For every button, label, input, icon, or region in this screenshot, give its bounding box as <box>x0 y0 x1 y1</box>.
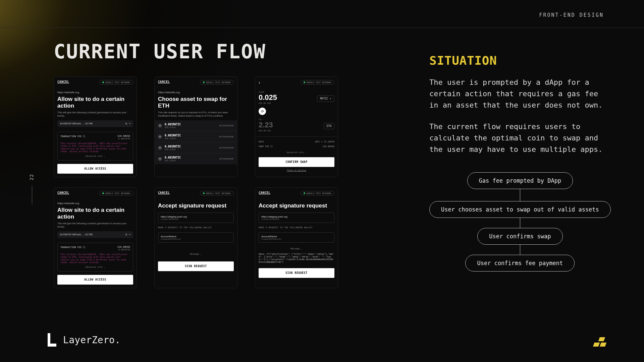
address-text: 0x356787198fwds...61798 <box>60 233 93 236</box>
fee-box: TRANSACTION FEE ⓘ $10.00USD 0.0023ETH Th… <box>57 132 133 161</box>
network-pill[interactable]: GOERLI TEST NETWORK <box>99 80 133 84</box>
cancel-button[interactable]: CANCEL <box>57 80 69 83</box>
sign-request-button[interactable]: SIGN REQUEST <box>158 261 234 271</box>
sig-account-box: AccountName Oxogcb2t92303bumrd <box>158 232 234 243</box>
link-icon: ∞ <box>158 124 162 128</box>
allow-access-button[interactable]: ALLOW ACCESS <box>57 164 133 174</box>
sign-request-button[interactable]: SIGN REQUEST <box>259 268 334 278</box>
terms-link[interactable]: Terms of Service <box>259 169 334 171</box>
asset-network: NETWORKNAME <box>219 135 234 138</box>
contract-address[interactable]: 0x356787198fwds...61798 ⧉ ➦ <box>57 231 133 238</box>
confirm-swap-button[interactable]: CONFIRM SWAP <box>259 157 334 167</box>
share-icon[interactable]: ➦ <box>129 122 130 125</box>
asset-name: 0.001MATIC <box>165 123 181 126</box>
asset-row[interactable]: ∞0.001MATIC$20.21USDNETWORKNAME <box>155 142 237 153</box>
asset-list: ∞0.001MATIC$20.21USDNETWORKNAME∞0.001MAT… <box>155 120 237 164</box>
sig-site-box: https://staging.push.org Oxoy3k728798hnk… <box>259 213 334 223</box>
sig-json-payload: data: 2*{"notification": {"title":"","bo… <box>259 253 334 264</box>
back-icon[interactable]: ‹ <box>259 80 260 85</box>
sig-account: AccountName <box>261 235 332 238</box>
to-label: TO <box>259 118 334 121</box>
network-pill[interactable]: GOERLI TEST NETWORK <box>200 191 234 195</box>
flow-connector <box>520 218 520 228</box>
asset-usd: $20.21USD <box>165 137 181 139</box>
sig-url-sub: Oxoy3k728798hnkd <box>161 218 231 220</box>
fee-eth: 0.0023ETH <box>118 248 130 251</box>
choose-title: Choose asset to swap for ETH <box>158 96 234 109</box>
allow-access-button[interactable]: ALLOW ACCESS <box>57 275 133 285</box>
link-icon: ∞ <box>158 146 162 150</box>
fee-usd: $10.00USD <box>117 135 130 137</box>
sig-title: Accept signature request <box>158 202 234 209</box>
swap-fee-value: $10.00USD <box>323 145 334 148</box>
fee-usd: $10.00USD <box>117 246 130 248</box>
cancel-button[interactable]: CANCEL <box>259 191 270 194</box>
network-pill[interactable]: GOERLI TEST NETWORK <box>99 191 133 195</box>
flow-step-2: User chooses asset to swap out of valid … <box>429 201 611 218</box>
link-icon: ∞ <box>158 157 162 161</box>
site-url: https://website.org <box>57 202 133 205</box>
copy-icon[interactable]: ⧉ <box>125 122 127 125</box>
network-pill[interactable]: GOERLI TEST NETWORK <box>200 80 234 84</box>
fee-label: TRANSACTION FEE ⓘ <box>60 246 85 251</box>
network-pill[interactable]: GOERLI TEST NETWORK <box>301 191 334 195</box>
flowchart: Gas fee prompted by DApp User chooses as… <box>429 172 611 272</box>
mock-sign-request-expanded: CANCEL GOERLI TEST NETWORK Accept signat… <box>255 187 338 288</box>
cancel-button[interactable]: CANCEL <box>57 191 69 194</box>
message-expand[interactable]: Message ⌄ <box>259 247 334 250</box>
asset-network: NETWORKNAME <box>219 158 234 160</box>
asset-usd: $20.21USD <box>165 159 181 162</box>
advanced-toggle[interactable]: Advanced info ⌄ <box>60 155 130 158</box>
to-usd: $50.00 USD <box>259 129 273 132</box>
flow-step-1: Gas fee prompted by DApp <box>467 172 573 189</box>
situation-para-1: The user is prompted by a dApp for a cer… <box>429 77 611 111</box>
sig-wallet-label: MADE A REQUEST TO THE FOLLOWING WALLET <box>158 226 234 229</box>
message-expand[interactable]: Message ⌄ <box>158 253 234 255</box>
cancel-button[interactable]: CANCEL <box>158 191 170 194</box>
sig-url: https://staging.push.org <box>261 215 332 218</box>
allow-title: Allow site to do a certain action <box>57 207 133 220</box>
asset-row[interactable]: ∞0.001MATIC$20.21USDNETWORKNAME <box>155 153 237 164</box>
asset-row[interactable]: ∞0.001MATIC$20.21USDNETWORKNAME <box>155 120 237 131</box>
contract-address[interactable]: 0x356787198fwds...61798 ⧉ ➦ <box>57 120 133 127</box>
copy-icon[interactable]: ⧉ <box>125 233 127 236</box>
mock-allow-access-2: CANCEL GOERLI TEST NETWORK https://websi… <box>54 187 137 288</box>
from-coin-selector[interactable]: MATIC ▾ <box>317 96 334 102</box>
from-amount: 0.025 <box>259 93 277 102</box>
situation-heading: SITUATION <box>429 54 611 67</box>
sig-url-sub: Oxoy3k728798hnkd <box>261 218 332 220</box>
to-amount: 2.23 <box>259 121 273 129</box>
to-coin-selector[interactable]: ETH <box>324 123 334 129</box>
sig-account-box: AccountName Oxogcb2t92303bumrd <box>259 232 334 243</box>
asset-network: NETWORKNAME <box>219 146 234 149</box>
advanced-toggle[interactable]: Advanced info ⌄ <box>60 266 130 268</box>
mock-allow-access: CANCEL GOERLI TEST NETWORK https://websi… <box>54 76 137 177</box>
network-pill[interactable]: GOERLI TEST NETWORK <box>301 80 334 84</box>
situation-para-2: The current flow requires users to calcu… <box>429 121 611 155</box>
asset-row[interactable]: ∞0.001MATIC$20.21USDNETWORKNAME <box>155 131 237 142</box>
sig-site-box: https://staging.push.org Oxoy3k728798hnk… <box>158 213 234 223</box>
mock-confirm-swap: ‹ GOERLI TEST NETWORK FROM 0.025 $50.00 … <box>255 76 338 177</box>
rate-label: RATE <box>259 140 264 143</box>
swap-direction-icon[interactable]: ⟳ <box>259 108 266 115</box>
fee-label: TRANSACTION FEE ⓘ <box>60 135 85 140</box>
swap-fee-label: SWAP FEE ⓘ <box>259 145 273 148</box>
allow-sub: This will give the following contract (p… <box>57 222 133 229</box>
insufficient-warning: This account (Account1@ohf0...842) has i… <box>60 253 130 264</box>
advanced-toggle[interactable]: Advanced info ⌄ <box>259 151 334 154</box>
share-icon[interactable]: ➦ <box>129 233 130 236</box>
corner-decor-icon <box>592 332 607 347</box>
cancel-button[interactable]: CANCEL <box>158 80 170 83</box>
sig-account-sub: Oxogcb2t92303bumrd <box>261 238 332 240</box>
address-text: 0x356787198fwds...61798 <box>60 122 93 125</box>
asset-name: 0.001MATIC <box>165 134 181 137</box>
flow-connector <box>520 245 520 255</box>
from-usd: $50.00 USD <box>259 102 277 104</box>
mock-grid: CANCEL GOERLI TEST NETWORK https://websi… <box>54 76 366 288</box>
link-icon: ∞ <box>158 135 162 139</box>
allow-title: Allow site to do a certain action <box>57 96 133 109</box>
sig-account-sub: Oxogcb2t92303bumrd <box>161 238 231 240</box>
page-title: CURRENT USER FLOW <box>54 40 366 63</box>
site-url: https://website.org <box>57 91 133 94</box>
asset-network: NETWORKNAME <box>219 124 234 127</box>
